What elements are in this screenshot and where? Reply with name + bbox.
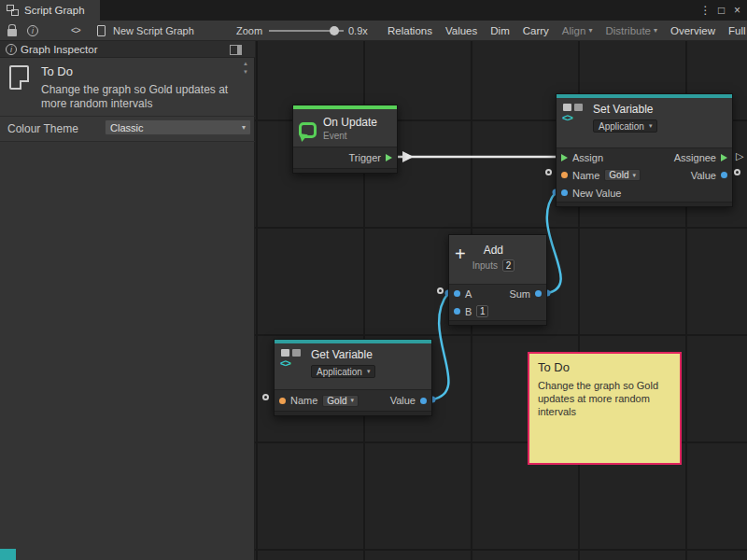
node-footer (557, 202, 732, 206)
carry-button[interactable]: Carry (516, 21, 556, 41)
unity-script-graph-window: Script Graph ⋮ □ × i <> New Script Graph… (0, 0, 747, 560)
node-on-update[interactable]: On Update Event Trigger (292, 105, 398, 174)
relations-button[interactable]: Relations (381, 21, 439, 41)
a-port-label: A (465, 288, 472, 300)
value-port-label: Value (691, 170, 716, 181)
info-icon: i (6, 44, 17, 55)
sticky-note-icon (9, 65, 29, 90)
toolbar-buttons: Relations Values Dim Carry Align▾ Distri… (381, 21, 747, 41)
variable-icon: <> (280, 348, 304, 371)
script-file-icon (97, 25, 106, 36)
node-title: On Update (323, 116, 377, 129)
window-controls: ⋮ □ × (698, 0, 745, 21)
port-assignee-external-icon[interactable]: ▷ (736, 151, 743, 161)
port-set-variable-name-external[interactable] (545, 169, 552, 175)
zoom-label: Zoom (236, 21, 262, 41)
name-input-port[interactable] (279, 398, 286, 404)
chevron-down-icon: ▾ (242, 123, 246, 132)
dock-icon[interactable] (230, 45, 242, 55)
node-subtitle: Event (323, 131, 377, 141)
overview-button[interactable]: Overview (664, 21, 722, 41)
node-title: Get Variable (311, 348, 375, 361)
tab-script-graph[interactable]: Script Graph (0, 0, 100, 21)
variable-icon: <> (562, 103, 586, 125)
sticky-note-title: To Do (538, 360, 671, 374)
maximize-icon[interactable]: □ (713, 0, 729, 21)
colour-theme-label: Colour Theme (7, 122, 78, 135)
assignee-output-port[interactable] (721, 154, 727, 161)
inspector-note-title: To Do (41, 64, 73, 78)
name-port-label: Name (572, 170, 599, 181)
chevron-down-icon: ▾ (588, 21, 592, 41)
node-title: Add (472, 244, 514, 257)
chevron-down-icon: ▾ (632, 172, 636, 179)
lock-icon[interactable] (7, 29, 17, 36)
inputs-count-field[interactable]: 2 (502, 259, 514, 272)
a-input-port[interactable] (454, 290, 460, 297)
scroll-down-icon[interactable]: ▼ (243, 68, 248, 76)
scroll-up-icon[interactable]: ▲ (243, 60, 248, 67)
tab-title: Script Graph (24, 5, 85, 16)
fullscreen-button[interactable]: Full S (722, 21, 747, 41)
b-input-port[interactable] (454, 308, 460, 315)
name-port-label: Name (290, 395, 317, 406)
distribute-button[interactable]: Distribute▾ (599, 21, 664, 41)
variable-scope-dropdown[interactable]: Application ▾ (593, 119, 657, 133)
toolbar: i <> New Script Graph Zoom 0.9x Relation… (0, 21, 747, 41)
add-icon: + (455, 245, 466, 263)
new-value-port-label: New Value (572, 188, 621, 199)
values-button[interactable]: Values (439, 21, 484, 41)
zoom-slider-thumb[interactable] (330, 26, 339, 35)
port-get-variable-name-external[interactable] (262, 394, 269, 400)
corner-accent (0, 549, 16, 560)
update-loop-icon (299, 122, 317, 138)
variable-name-dropdown[interactable]: Gold ▾ (604, 169, 641, 181)
inspector-toggle-icon[interactable]: i (27, 25, 38, 36)
inspector-empty-area (0, 142, 254, 560)
graph-name-label: New Script Graph (113, 21, 194, 41)
sum-port-label: Sum (509, 288, 530, 300)
node-footer (293, 168, 397, 173)
node-add[interactable]: + Add Inputs 2 A Sum B 1 (448, 234, 547, 326)
script-graph-icon (7, 5, 19, 16)
close-icon[interactable]: × (729, 0, 745, 21)
window-menu-icon[interactable]: ⋮ (698, 0, 713, 21)
value-port-label: Value (390, 395, 416, 406)
assign-port-label: Assign (572, 152, 603, 163)
new-value-input-port[interactable] (561, 189, 568, 196)
b-port-label: B (465, 306, 472, 317)
node-footer (275, 411, 431, 415)
colour-theme-dropdown[interactable]: Classic ▾ (105, 119, 251, 135)
align-button[interactable]: Align▾ (556, 21, 599, 41)
dim-button[interactable]: Dim (484, 21, 515, 41)
zoom-value: 0.9x (348, 21, 368, 41)
variable-scope-dropdown[interactable]: Application ▾ (311, 365, 375, 378)
assignee-port-label: Assignee (674, 152, 716, 163)
trigger-port-label: Trigger (349, 152, 381, 163)
chevron-down-icon: ▾ (654, 21, 657, 41)
value-output-port[interactable] (721, 172, 727, 178)
sticky-note[interactable]: To Do Change the graph so Gold updates a… (528, 352, 682, 465)
chevron-down-icon: ▾ (649, 122, 653, 130)
divider (0, 116, 255, 117)
node-get-variable[interactable]: <> Get Variable Application ▾ Name Gold … (274, 339, 432, 416)
variable-name-dropdown[interactable]: Gold ▾ (322, 395, 359, 407)
node-set-variable[interactable]: <> Set Variable Application ▾ Assign Ass… (556, 93, 733, 207)
inputs-label: Inputs (472, 260, 498, 271)
port-set-variable-value-external[interactable] (734, 169, 740, 175)
inspector-note-body: Change the graph so Gold updates at more… (41, 83, 247, 111)
value-output-port[interactable] (420, 398, 427, 404)
sum-output-port[interactable] (535, 290, 542, 297)
assign-input-port[interactable] (561, 154, 568, 161)
node-title: Set Variable (593, 103, 657, 116)
chevron-down-icon: ▾ (367, 368, 371, 375)
b-value-field[interactable]: 1 (476, 305, 488, 317)
trigger-output-port[interactable] (386, 154, 392, 161)
code-icon[interactable]: <> (71, 21, 80, 41)
port-add-a-external[interactable] (437, 287, 444, 294)
inspector-title: Graph Inspector (21, 41, 97, 58)
name-input-port[interactable] (561, 172, 568, 178)
sticky-note-body: Change the graph so Gold updates at more… (538, 379, 661, 418)
tab-bar: Script Graph ⋮ □ × (0, 0, 747, 21)
chevron-down-icon: ▾ (350, 397, 354, 404)
